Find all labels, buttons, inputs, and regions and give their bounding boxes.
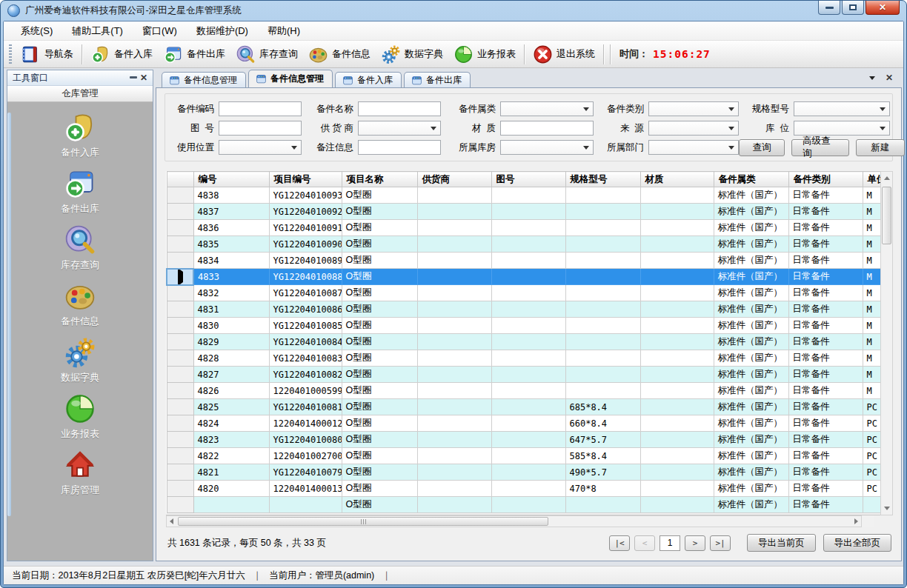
tab-parts-info-mgmt-2[interactable]: 备件信息管理 bbox=[248, 70, 333, 87]
table-row[interactable]: 48221220401002700O型圈585*8.4标准件（国产）日常备件PC bbox=[167, 448, 880, 464]
cell[interactable] bbox=[417, 269, 491, 285]
cell[interactable]: PC bbox=[863, 448, 880, 464]
cell[interactable]: 标准件（国产） bbox=[714, 399, 788, 415]
close-button[interactable]: ✕ bbox=[866, 1, 900, 15]
cell[interactable]: YG12204010090 bbox=[269, 236, 342, 253]
sidebar-item-warehouse-management[interactable]: 库房管理 bbox=[7, 449, 153, 497]
cell[interactable]: 1220401002700 bbox=[269, 448, 342, 464]
cell[interactable]: 4825 bbox=[193, 399, 269, 415]
cell[interactable]: 标准件（国产） bbox=[714, 204, 788, 220]
row-selector-cell[interactable] bbox=[167, 350, 193, 367]
select-location[interactable] bbox=[794, 121, 890, 136]
select-source[interactable] bbox=[648, 121, 739, 136]
cell[interactable]: M bbox=[863, 350, 880, 367]
table-row[interactable]: 4825YG12204010081O型圈685*8.4标准件（国产）日常备件PC bbox=[167, 399, 880, 415]
cell[interactable]: 标准件（国产） bbox=[714, 448, 788, 464]
select-usage-position[interactable] bbox=[219, 140, 302, 155]
menu-item-4[interactable]: 帮助(H) bbox=[258, 21, 310, 41]
input-material[interactable] bbox=[500, 121, 594, 136]
column-header-7[interactable]: 备件属类 bbox=[714, 172, 788, 187]
cell[interactable]: O型圈 bbox=[342, 187, 417, 204]
scroll-left-icon[interactable] bbox=[167, 517, 176, 527]
cell[interactable] bbox=[640, 399, 714, 415]
cell[interactable]: 4834 bbox=[193, 253, 269, 269]
cell[interactable] bbox=[491, 383, 565, 399]
cell[interactable] bbox=[565, 220, 640, 236]
horizontal-scroll-thumb[interactable] bbox=[178, 517, 548, 526]
cell[interactable]: YG12204010085 bbox=[269, 318, 342, 334]
cell[interactable]: YG12204010086 bbox=[269, 301, 342, 318]
cell[interactable]: YG12204010089 bbox=[269, 253, 342, 269]
cell[interactable]: O型圈 bbox=[342, 334, 417, 350]
cell[interactable] bbox=[417, 318, 491, 334]
cell[interactable]: 标准件（国产） bbox=[714, 220, 788, 236]
cell[interactable]: M bbox=[863, 301, 880, 318]
column-header-6[interactable]: 材质 bbox=[640, 172, 714, 187]
cell[interactable] bbox=[491, 399, 565, 415]
menu-item-2[interactable]: 窗口(W) bbox=[133, 21, 187, 41]
cell[interactable]: YG12204010087 bbox=[269, 285, 342, 301]
cell[interactable] bbox=[640, 318, 714, 334]
cell[interactable] bbox=[565, 383, 640, 399]
cell[interactable]: YG12204010081 bbox=[269, 399, 342, 415]
tab-parts-outbound-tab[interactable]: 备件出库 bbox=[404, 72, 471, 87]
table-row[interactable]: 4829YG12204010084O型圈标准件（国产）日常备件M bbox=[167, 334, 880, 350]
sidebar-item-parts-inbound[interactable]: 备件入库 bbox=[7, 111, 153, 159]
cell[interactable] bbox=[417, 220, 491, 236]
cell[interactable]: 日常备件 bbox=[788, 497, 863, 513]
close-icon[interactable]: ✕ bbox=[886, 73, 893, 82]
prev-page-button[interactable]: < bbox=[634, 535, 655, 551]
input-remark[interactable] bbox=[358, 140, 441, 155]
row-selector-cell[interactable] bbox=[167, 399, 193, 415]
toolbar-button-parts-info[interactable]: 备件信息 bbox=[303, 42, 376, 66]
cell[interactable] bbox=[417, 253, 491, 269]
table-row[interactable]: 4835YG12204010090O型圈标准件（国产）日常备件M bbox=[167, 236, 880, 253]
cell[interactable] bbox=[491, 415, 565, 432]
cell[interactable]: 4838 bbox=[193, 187, 269, 204]
table-row[interactable]: 48241220401400012O型圈660*8.4标准件（国产）日常备件PC bbox=[167, 415, 880, 432]
cell[interactable]: 4829 bbox=[193, 334, 269, 350]
cell[interactable] bbox=[565, 318, 640, 334]
scroll-right-icon[interactable] bbox=[851, 517, 861, 527]
cell[interactable]: M bbox=[863, 220, 880, 236]
row-selector-cell[interactable] bbox=[167, 448, 193, 464]
cell[interactable] bbox=[565, 269, 640, 285]
cell[interactable]: 日常备件 bbox=[788, 236, 863, 253]
first-page-button[interactable]: |< bbox=[609, 535, 630, 551]
cell[interactable]: 4822 bbox=[193, 448, 269, 464]
cell[interactable]: M bbox=[863, 204, 880, 220]
cell[interactable] bbox=[565, 367, 640, 383]
cell[interactable]: O型圈 bbox=[342, 285, 417, 301]
table-row[interactable]: 4832YG12204010087O型圈标准件（国产）日常备件M bbox=[167, 285, 880, 301]
cell[interactable] bbox=[417, 187, 491, 204]
cell[interactable] bbox=[640, 220, 714, 236]
row-selector-cell[interactable] bbox=[167, 220, 193, 236]
cell[interactable] bbox=[417, 481, 491, 497]
cell[interactable] bbox=[491, 350, 565, 367]
cell[interactable]: PC bbox=[863, 399, 880, 415]
column-header-1[interactable]: 项目编号 bbox=[269, 172, 342, 187]
query-button[interactable]: 查询 bbox=[739, 139, 785, 156]
row-selector-cell[interactable] bbox=[167, 301, 193, 318]
cell[interactable] bbox=[417, 464, 491, 481]
cell[interactable] bbox=[565, 350, 640, 367]
cell[interactable]: YG12204010079 bbox=[269, 464, 342, 481]
cell[interactable]: O型圈 bbox=[342, 204, 417, 220]
cell[interactable]: 日常备件 bbox=[788, 220, 863, 236]
cell[interactable]: 4828 bbox=[193, 350, 269, 367]
cell[interactable]: 585*8.4 bbox=[565, 448, 640, 464]
cell[interactable] bbox=[640, 415, 714, 432]
cell[interactable] bbox=[491, 285, 565, 301]
table-row[interactable]: 48261220401000599O型圈标准件（国产）日常备件M bbox=[167, 383, 880, 399]
cell[interactable]: O型圈 bbox=[342, 269, 417, 285]
cell[interactable]: 日常备件 bbox=[788, 269, 863, 285]
cell[interactable]: 4836 bbox=[193, 220, 269, 236]
cell[interactable] bbox=[269, 497, 342, 513]
cell[interactable] bbox=[491, 187, 565, 204]
cell[interactable]: M bbox=[863, 367, 880, 383]
cell[interactable] bbox=[565, 497, 640, 513]
cell[interactable]: 日常备件 bbox=[788, 318, 863, 334]
row-selector-cell[interactable] bbox=[167, 464, 193, 481]
cell[interactable]: 标准件（国产） bbox=[714, 285, 788, 301]
cell[interactable]: PC bbox=[863, 432, 880, 448]
